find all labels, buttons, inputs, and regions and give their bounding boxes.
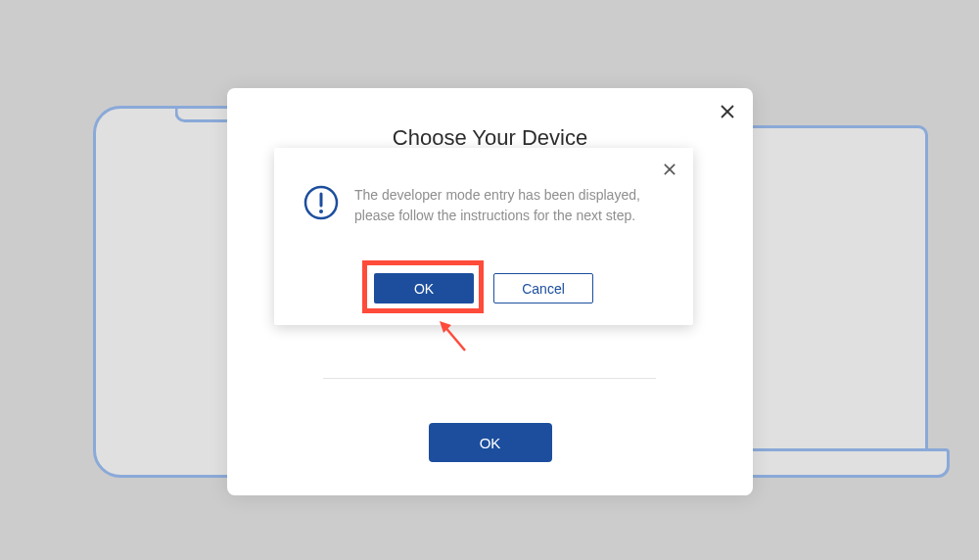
svg-point-6 [319, 210, 323, 213]
popup-ok-button[interactable]: OK [374, 273, 474, 303]
popup-cancel-button[interactable]: Cancel [493, 273, 593, 303]
main-ok-button[interactable]: OK [429, 423, 552, 462]
close-icon[interactable] [658, 158, 681, 181]
close-icon[interactable] [716, 100, 739, 123]
modal-title: Choose Your Device [227, 88, 753, 151]
info-icon [303, 185, 339, 220]
popup-message: The developer mode entry has been displa… [354, 185, 662, 226]
divider [323, 378, 656, 379]
developer-mode-popup: The developer mode entry has been displa… [274, 148, 693, 325]
